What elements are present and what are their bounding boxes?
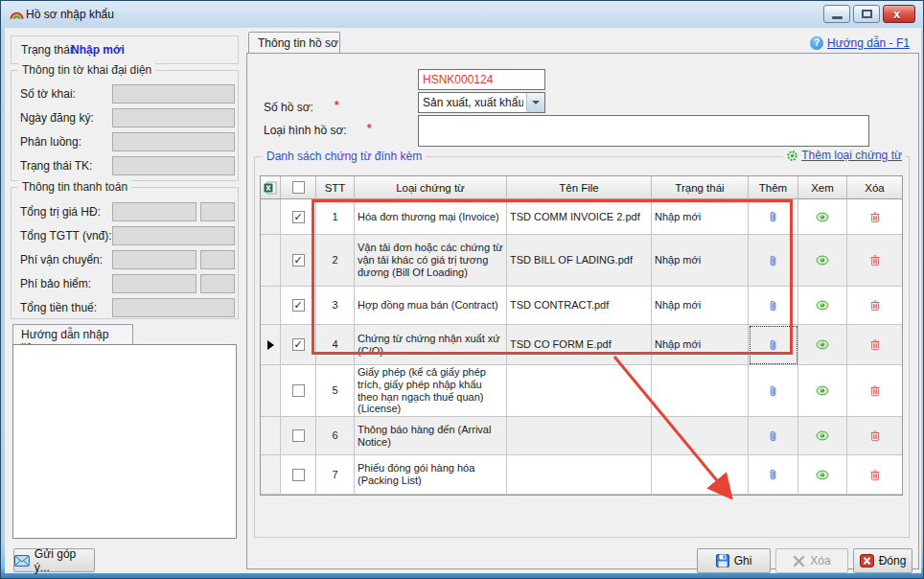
row-selector-cell: [261, 417, 281, 455]
table-row[interactable]: 6Thông báo hàng đến (Arrival Notice): [261, 417, 902, 455]
send-feedback-button[interactable]: Gửi góp ý...: [13, 548, 95, 572]
attach-button[interactable]: [749, 199, 798, 235]
chevron-down-icon[interactable]: [526, 93, 544, 112]
delete-row-button[interactable]: [847, 325, 903, 365]
red-x-icon: [860, 554, 874, 567]
row-checkbox[interactable]: ✓: [281, 199, 316, 235]
eye-icon: [816, 300, 829, 311]
file-name-cell: [507, 365, 652, 417]
ghi-chu-textarea[interactable]: [418, 115, 869, 147]
attach-button[interactable]: [749, 365, 798, 417]
view-button[interactable]: [798, 417, 847, 455]
eye-icon: [816, 385, 829, 396]
paperclip-icon: [767, 429, 779, 443]
checkbox-icon: [292, 384, 305, 397]
checkbox-icon: ✓: [292, 254, 305, 266]
loai-hinh-dropdown[interactable]: Sản xuất, xuất khẩu: [418, 92, 545, 113]
status-cell: Nhập mới: [652, 235, 749, 287]
file-name-cell: TSD CONTRACT.pdf: [507, 287, 652, 325]
table-row[interactable]: ✓3Hợp đồng mua bán (Contract)TSD CONTRAC…: [261, 287, 902, 325]
trash-icon: [869, 429, 881, 442]
minimize-button[interactable]: [823, 5, 850, 23]
paperclip-icon: [767, 254, 779, 267]
table-row[interactable]: 5Giấy phép (kể cả giấy phép trích, giấy …: [261, 365, 902, 417]
help-question-icon[interactable]: ?: [810, 36, 823, 50]
paperclip-icon: [767, 338, 779, 352]
phan-luong-field: [112, 132, 235, 151]
gear-add-icon: [786, 150, 798, 162]
attach-button[interactable]: [749, 235, 798, 287]
title-bar[interactable]: Hồ sơ nhập khẩu x: [1, 1, 923, 28]
loai-hinh-label: Loại hình hồ sơ:: [264, 124, 347, 137]
save-button[interactable]: Ghi: [697, 548, 771, 573]
status-box: Trạng thái: Nhập mới: [11, 35, 239, 64]
file-name-cell: TSD COMM INVOICE 2.pdf: [507, 199, 652, 235]
delete-row-button[interactable]: [847, 365, 903, 417]
so-ho-so-input[interactable]: [418, 69, 545, 90]
delete-row-button[interactable]: [847, 235, 903, 287]
table-row[interactable]: ✓4Chứng từ chứng nhận xuất xứ (C/O)TSD C…: [261, 325, 902, 365]
stt-cell: 2: [316, 235, 355, 287]
column-header: STT: [316, 176, 355, 199]
attach-button[interactable]: [749, 325, 798, 365]
window-title: Hồ sơ nhập khẩu: [26, 8, 114, 21]
delete-row-button[interactable]: [847, 417, 903, 455]
delete-row-button[interactable]: [847, 287, 903, 325]
stt-cell: 6: [316, 417, 355, 455]
row-selector-cell: [261, 287, 281, 325]
column-header: Xem: [798, 176, 847, 199]
main-tab-label: Thông tin hồ sơ: [258, 36, 338, 50]
add-document-type-link[interactable]: Thêm loại chứng từ: [801, 149, 902, 162]
view-button[interactable]: [798, 455, 847, 495]
column-header: Loại chứng từ: [355, 176, 507, 199]
view-button[interactable]: [798, 235, 847, 287]
attach-button[interactable]: [749, 455, 798, 495]
close-window-button[interactable]: x: [883, 5, 915, 23]
delete-row-button[interactable]: [847, 455, 903, 495]
trash-icon: [869, 254, 881, 266]
help-link[interactable]: Hướng dẫn - F1: [827, 36, 910, 50]
checkbox-icon: [292, 181, 305, 194]
view-button[interactable]: [798, 199, 847, 235]
view-button[interactable]: [798, 325, 847, 365]
table-row[interactable]: ✓2Vận tải đơn hoặc các chứng từ vận tải …: [261, 235, 902, 287]
row-checkbox[interactable]: ✓: [281, 235, 316, 287]
delete-row-button[interactable]: [847, 199, 903, 235]
file-name-cell: TSD BILL OF LADING.pdf: [507, 235, 652, 287]
select-all-checkbox[interactable]: [281, 176, 316, 199]
export-excel-button[interactable]: [261, 176, 281, 199]
checkbox-icon: [292, 469, 305, 481]
table-row[interactable]: 7Phiếu đóng gói hàng hóa (Packing List): [261, 455, 902, 495]
column-header: Tên File: [507, 176, 652, 199]
row-checkbox[interactable]: [281, 365, 316, 417]
stt-cell: 4: [316, 325, 355, 365]
so-ho-so-label: Số hồ sơ:: [264, 101, 313, 114]
field-label: Số tờ khai:: [20, 87, 76, 101]
field-label: Tổng tiền thuế:: [20, 301, 97, 314]
view-button[interactable]: [798, 287, 847, 325]
row-checkbox[interactable]: [281, 455, 316, 495]
tab-thong-tin-ho-so[interactable]: Thông tin hồ sơ: [248, 32, 340, 54]
view-button[interactable]: [798, 365, 847, 417]
stt-cell: 1: [316, 199, 355, 235]
eye-icon: [816, 212, 829, 222]
required-mark: *: [367, 122, 372, 135]
guide-content-panel: [12, 344, 237, 539]
table-row[interactable]: ✓1Hóa đơn thương mại (Invoice)TSD COMM I…: [261, 199, 902, 235]
close-button[interactable]: Đóng: [853, 548, 912, 573]
row-checkbox[interactable]: [281, 417, 316, 455]
maximize-button[interactable]: [853, 5, 880, 23]
client-area: Trạng thái: Nhập mới Thông tin tờ khai đ…: [5, 28, 921, 573]
close-icon: x: [893, 7, 900, 21]
tab-huong-dan-nhap-lieu[interactable]: Hướng dẫn nhập liệu: [12, 324, 133, 344]
status-cell: Nhập mới: [652, 325, 749, 365]
attach-button[interactable]: [749, 417, 798, 455]
row-checkbox[interactable]: ✓: [281, 287, 316, 325]
status-cell: Nhập mới: [652, 287, 749, 325]
paperclip-icon: [767, 468, 779, 481]
attach-button[interactable]: [749, 287, 798, 325]
row-selector-cell: [261, 235, 281, 287]
save-label: Ghi: [734, 554, 752, 567]
status-cell: [652, 455, 749, 495]
row-checkbox[interactable]: ✓: [281, 325, 316, 365]
